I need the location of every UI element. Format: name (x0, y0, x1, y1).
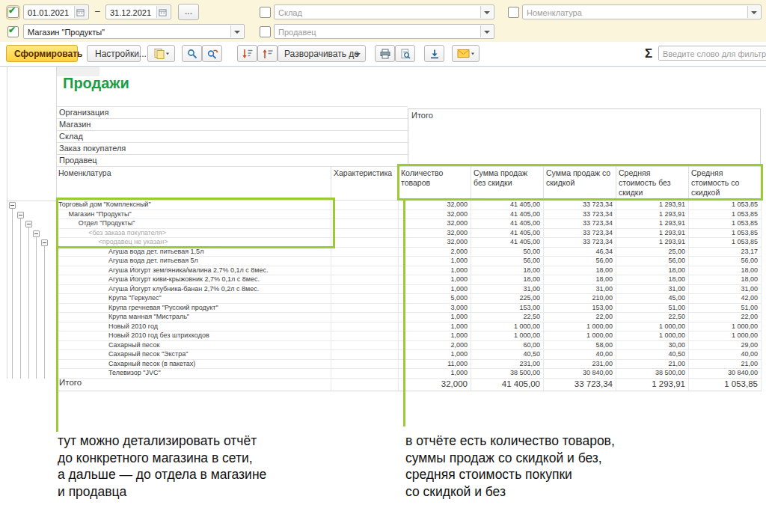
row-name-cell[interactable]: Новый 2010 год без штрихкодов (56, 331, 331, 340)
value-cell[interactable]: 31,00 (544, 285, 616, 294)
value-cell[interactable]: 38 500,00 (471, 369, 544, 378)
value-cell[interactable]: 18,00 (616, 266, 689, 275)
send-email-button[interactable] (452, 45, 479, 62)
row-characteristic-cell[interactable] (331, 285, 399, 294)
value-cell[interactable]: 1 293,91 (616, 201, 689, 210)
collapse-button[interactable] (25, 221, 32, 227)
value-cell[interactable]: 18,00 (544, 266, 616, 275)
row-name-cell[interactable]: Агуша Йогурт киви-крыжовник 2,7% 0,1л с … (56, 275, 331, 284)
value-cell[interactable]: 29,00 (689, 341, 762, 350)
report-header-row-label[interactable]: Магазин (56, 119, 408, 131)
value-cell[interactable]: 1 000,00 (689, 331, 762, 340)
period-to-field[interactable]: 31.12.2021 (105, 4, 171, 19)
value-cell[interactable]: 18,00 (689, 275, 762, 284)
value-cell[interactable]: 3,000 (399, 304, 471, 313)
total-value-cell[interactable]: 41 405,00 (471, 378, 544, 391)
value-cell[interactable]: 231,00 (544, 360, 616, 369)
value-cell[interactable]: 1 000,00 (471, 331, 544, 340)
value-cell[interactable]: 31,00 (471, 285, 544, 294)
value-cell[interactable]: 31,00 (616, 285, 689, 294)
row-characteristic-cell[interactable] (331, 313, 399, 322)
collapse-button[interactable] (9, 202, 16, 209)
value-cell[interactable]: 41 405,00 (471, 210, 544, 219)
total-header-cell[interactable]: Итого (408, 108, 761, 166)
print-preview-button[interactable] (395, 45, 415, 62)
collapse-button[interactable] (33, 230, 40, 237)
total-characteristic-cell[interactable] (331, 378, 399, 391)
total-value-cell[interactable]: 1 053,85 (689, 378, 762, 391)
collapse-button[interactable] (41, 239, 48, 246)
value-cell[interactable]: 1 053,85 (689, 210, 762, 219)
value-cell[interactable]: 5,000 (399, 294, 471, 303)
value-cell[interactable]: 18,00 (544, 275, 616, 284)
value-cell[interactable]: 23,17 (689, 248, 762, 257)
value-cell[interactable]: 22,50 (471, 313, 544, 322)
warehouse-checkbox[interactable] (260, 7, 271, 18)
value-cell[interactable]: 231,00 (471, 360, 544, 369)
value-cell[interactable]: 32,000 (399, 238, 471, 247)
value-cell[interactable]: 18,00 (689, 266, 762, 275)
row-characteristic-cell[interactable] (331, 360, 399, 369)
period-checkbox[interactable] (7, 7, 19, 18)
value-cell[interactable]: 30 840,00 (689, 369, 762, 378)
report-header-row-label[interactable]: Склад (56, 131, 408, 143)
expand-rows-button[interactable] (257, 45, 278, 62)
value-cell[interactable]: 1 053,85 (689, 229, 762, 238)
value-cell[interactable]: 1,000 (399, 257, 471, 266)
value-cell[interactable]: 30 840,00 (544, 369, 616, 378)
row-characteristic-cell[interactable] (331, 275, 399, 284)
value-cell[interactable]: 56,00 (616, 257, 689, 266)
value-cell[interactable]: 1 293,91 (616, 238, 689, 247)
row-name-cell[interactable]: Сахарный песок (в пакетах) (56, 360, 331, 369)
value-cell[interactable]: 225,00 (471, 294, 544, 303)
value-cell[interactable]: 40,00 (689, 350, 762, 359)
value-cell[interactable]: 22,00 (544, 313, 616, 322)
settings-button[interactable]: Настройки... (87, 45, 141, 62)
value-cell[interactable]: 1 053,85 (689, 238, 762, 247)
nomenclature-checkbox[interactable] (508, 7, 519, 18)
value-cell[interactable]: 46,34 (544, 248, 616, 257)
value-cell[interactable]: 40,00 (544, 350, 616, 359)
report-header-row-label[interactable]: Продавец (56, 155, 408, 167)
value-cell[interactable]: 1 293,91 (616, 210, 689, 219)
value-cell[interactable]: 1 293,91 (616, 229, 689, 238)
store-combobox[interactable]: Магазин "Продукты" (23, 24, 245, 39)
value-cell[interactable]: 1,000 (399, 350, 471, 359)
value-cell[interactable]: 25,00 (616, 248, 689, 257)
row-characteristic-cell[interactable] (331, 369, 399, 378)
seller-checkbox[interactable] (260, 26, 271, 37)
total-value-cell[interactable]: 1 293,91 (616, 378, 689, 391)
value-cell[interactable]: 56,00 (471, 257, 544, 266)
value-cell[interactable]: 1,000 (399, 285, 471, 294)
save-download-button[interactable] (424, 45, 444, 62)
row-characteristic-cell[interactable] (331, 294, 399, 303)
row-characteristic-cell[interactable] (331, 341, 399, 350)
collapse-button[interactable] (17, 212, 24, 218)
row-characteristic-cell[interactable] (331, 257, 399, 266)
value-cell[interactable]: 1,000 (399, 331, 471, 340)
calendar-icon[interactable] (74, 6, 88, 18)
value-cell[interactable]: 42,00 (689, 294, 762, 303)
row-name-cell[interactable]: Крупа гречневая "Русский продукт" (56, 304, 331, 313)
value-cell[interactable]: 33 723,34 (544, 238, 616, 247)
value-cell[interactable]: 51,00 (616, 304, 689, 313)
chevron-down-icon[interactable] (230, 25, 243, 37)
row-name-cell[interactable]: Телевизор "JVC" (56, 369, 331, 378)
value-cell[interactable]: 22,00 (689, 313, 762, 322)
value-cell[interactable]: 45,00 (616, 294, 689, 303)
row-characteristic-cell[interactable] (331, 248, 399, 257)
nomenclature-combobox[interactable]: Номенклатура (522, 4, 762, 19)
value-cell[interactable]: 2,000 (399, 248, 471, 257)
value-cell[interactable]: 32,000 (399, 210, 471, 219)
search-next-button[interactable] (202, 45, 222, 62)
value-cell[interactable]: 1,000 (399, 266, 471, 275)
total-label-cell[interactable]: Итого (56, 378, 331, 391)
zoom-search-button[interactable] (182, 45, 202, 62)
value-cell[interactable]: 33 723,34 (544, 219, 616, 228)
value-cell[interactable]: 1 000,00 (616, 331, 689, 340)
row-name-cell[interactable]: Сахарный песок "Экстра" (56, 350, 331, 359)
row-characteristic-cell[interactable] (331, 219, 399, 228)
row-name-cell[interactable]: Агуша вода дет. питьевая 1,5л (56, 248, 331, 257)
report-header-row-label[interactable]: Организация (56, 107, 408, 119)
print-button[interactable] (375, 45, 395, 62)
